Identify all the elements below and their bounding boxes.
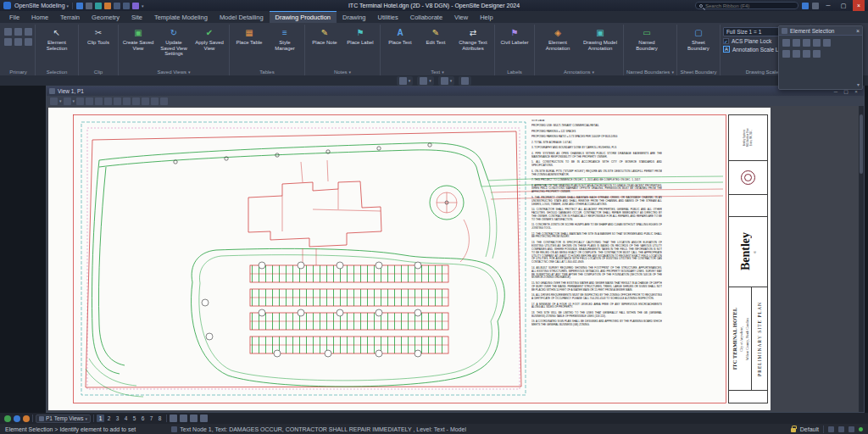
view-title-bar[interactable]: View 1, P1 ─ ▢ × bbox=[47, 86, 864, 96]
more-tools-icon[interactable] bbox=[25, 38, 32, 46]
properties-panel-icon[interactable] bbox=[14, 38, 22, 46]
explorer-icon[interactable] bbox=[4, 28, 12, 36]
view-number-tab[interactable]: 1 bbox=[97, 415, 104, 422]
ribbon-tab[interactable]: Terrain bbox=[54, 11, 86, 23]
properties-icon[interactable] bbox=[132, 3, 139, 9]
snap-mode-icon[interactable] bbox=[849, 426, 854, 432]
active-level-button[interactable]: ▾ bbox=[397, 76, 414, 86]
fence-mode-icon[interactable] bbox=[838, 426, 844, 432]
apply-saved-view-button[interactable]: ✔ Apply Saved View bbox=[192, 25, 226, 53]
chevron-down-icon[interactable]: ▾ bbox=[442, 70, 444, 75]
view-canvas[interactable]: SITE DATA:PROPOSED USE: MULTI-TENANT COM… bbox=[47, 106, 864, 412]
lock-icon[interactable] bbox=[791, 428, 796, 432]
building-footprint[interactable] bbox=[248, 160, 381, 247]
ribbon-tab[interactable]: Drawing Production bbox=[270, 11, 337, 23]
landscape-boundary[interactable] bbox=[192, 248, 505, 387]
change-text-attributes-button[interactable]: ⇄ Change Text Attributes bbox=[454, 25, 492, 53]
site-plan-drawing[interactable] bbox=[48, 108, 771, 410]
user-account-icon[interactable] bbox=[802, 3, 809, 9]
select-add-mode-icon[interactable] bbox=[782, 50, 790, 58]
ribbon-tab[interactable]: Home bbox=[25, 11, 54, 23]
view-attributes-icon[interactable] bbox=[50, 97, 58, 105]
ribbon-tab[interactable]: Collaborate bbox=[404, 11, 448, 23]
chevron-down-icon[interactable]: ▾ bbox=[59, 98, 62, 103]
view-number-tab[interactable]: 8 bbox=[156, 415, 164, 422]
close-icon[interactable]: × bbox=[856, 28, 860, 34]
zoom-out-icon[interactable] bbox=[95, 97, 103, 105]
manhole-symbols[interactable] bbox=[174, 143, 431, 164]
clip-tools-button[interactable]: ✂ Clip Tools bbox=[81, 25, 115, 47]
clear-selection-icon[interactable] bbox=[823, 39, 831, 47]
workspace-selector[interactable]: OpenSite Modeling ▾ bbox=[14, 3, 69, 8]
open-file-icon[interactable] bbox=[86, 3, 92, 9]
drawing-sheet[interactable]: SITE DATA:PROPOSED USE: MULTI-TENANT COM… bbox=[48, 108, 771, 410]
ribbon-tab[interactable]: Site bbox=[125, 11, 148, 23]
place-text-button[interactable]: A Place Text bbox=[383, 25, 417, 47]
active-color-button[interactable]: ▾ bbox=[417, 76, 434, 86]
chevron-down-icon[interactable]: ▾ bbox=[671, 70, 674, 75]
pan-view-icon[interactable] bbox=[132, 97, 140, 105]
window-area-icon[interactable] bbox=[114, 97, 121, 105]
print-icon[interactable] bbox=[104, 3, 111, 9]
active-style-button[interactable]: ▾ bbox=[438, 76, 455, 86]
level-manager-icon[interactable] bbox=[4, 38, 12, 46]
cul-de-sac[interactable] bbox=[430, 186, 464, 220]
panel-expand-icon[interactable]: ▾ bbox=[857, 81, 860, 87]
model-annotation-button[interactable]: ▣ Drawing Model Annotation bbox=[580, 25, 620, 53]
fit-view-icon[interactable] bbox=[104, 97, 112, 105]
named-boundary-button[interactable]: ▭ Named Boundary bbox=[626, 25, 667, 53]
view-number-tab[interactable]: 2 bbox=[105, 415, 113, 422]
ribbon-tab[interactable]: File bbox=[3, 11, 25, 23]
view-number-tab[interactable]: 3 bbox=[114, 415, 121, 422]
view-number-tab[interactable]: 7 bbox=[147, 415, 155, 422]
models-icon[interactable] bbox=[25, 28, 32, 36]
notifications-icon[interactable] bbox=[812, 3, 819, 9]
view-previous-icon[interactable] bbox=[142, 97, 149, 105]
select-attributes-icon[interactable] bbox=[813, 50, 821, 58]
manage-view-groups-icon[interactable] bbox=[4, 415, 11, 422]
ribbon-tab[interactable]: View bbox=[448, 11, 474, 23]
select-new-mode-icon[interactable] bbox=[803, 50, 810, 58]
search-input[interactable] bbox=[705, 3, 790, 8]
active-weight-button[interactable] bbox=[459, 76, 471, 86]
element-selection-button[interactable]: ↖ Element Selection bbox=[38, 25, 75, 53]
select-block-icon[interactable] bbox=[793, 39, 800, 47]
tree-symbols[interactable] bbox=[202, 262, 421, 357]
style-manager-button[interactable]: ≡ Style Manager bbox=[268, 25, 302, 53]
place-note-button[interactable]: ✎ Place Note bbox=[308, 25, 342, 47]
chevron-down-icon[interactable]: ▾ bbox=[349, 70, 352, 75]
edit-text-button[interactable]: ✎ Edit Text bbox=[419, 25, 453, 47]
cascade-views-icon[interactable] bbox=[200, 415, 208, 422]
ribbon-tab[interactable]: Help bbox=[474, 11, 498, 23]
select-individual-icon[interactable] bbox=[782, 39, 790, 47]
ribbon-tab[interactable]: Model Detailing bbox=[214, 11, 270, 23]
select-line-icon[interactable] bbox=[813, 39, 821, 47]
attach-tools-icon[interactable] bbox=[14, 28, 22, 36]
window-close-button[interactable]: × bbox=[853, 0, 865, 11]
redo-icon[interactable] bbox=[123, 3, 130, 9]
view-number-tab[interactable]: 4 bbox=[122, 415, 130, 422]
scrollbar-thumb[interactable] bbox=[860, 114, 863, 174]
civil-labeler-button[interactable]: ⚑ Civil Labeler bbox=[498, 25, 531, 47]
copy-view-icon[interactable] bbox=[160, 97, 168, 105]
chevron-down-icon[interactable]: ▾ bbox=[188, 70, 191, 75]
view-group-select[interactable]: P1 Temp Views ▾ bbox=[36, 415, 91, 423]
create-saved-view-button[interactable]: ▣ Create Saved View bbox=[121, 25, 155, 53]
select-shape-icon[interactable] bbox=[803, 39, 810, 47]
display-style-icon[interactable] bbox=[64, 97, 71, 105]
sheet-boundary-button[interactable]: ▢ Sheet Boundary bbox=[680, 25, 717, 53]
next-view-group-icon[interactable] bbox=[23, 415, 30, 422]
view-next-icon[interactable] bbox=[151, 97, 159, 105]
view-number-tab[interactable]: 6 bbox=[139, 415, 147, 422]
annotation-scale-lock-icon[interactable]: A bbox=[723, 46, 730, 53]
acs-plane-lock-checkbox[interactable]: ✔ bbox=[723, 38, 729, 44]
place-table-button[interactable]: ▦ Place Table bbox=[232, 25, 266, 47]
property-boundary[interactable] bbox=[86, 131, 521, 387]
rotate-view-icon[interactable] bbox=[123, 97, 131, 105]
view-menu-icon[interactable] bbox=[49, 88, 55, 94]
place-label-button[interactable]: ⚑ Place Label bbox=[343, 25, 377, 47]
curb-return[interactable] bbox=[460, 220, 469, 262]
window-minimize-button[interactable]: ─ bbox=[822, 0, 834, 11]
ribbon-tab[interactable]: Template Modeling bbox=[148, 11, 214, 23]
update-saved-view-button[interactable]: ↻ Update Saved View Settings bbox=[157, 25, 191, 58]
